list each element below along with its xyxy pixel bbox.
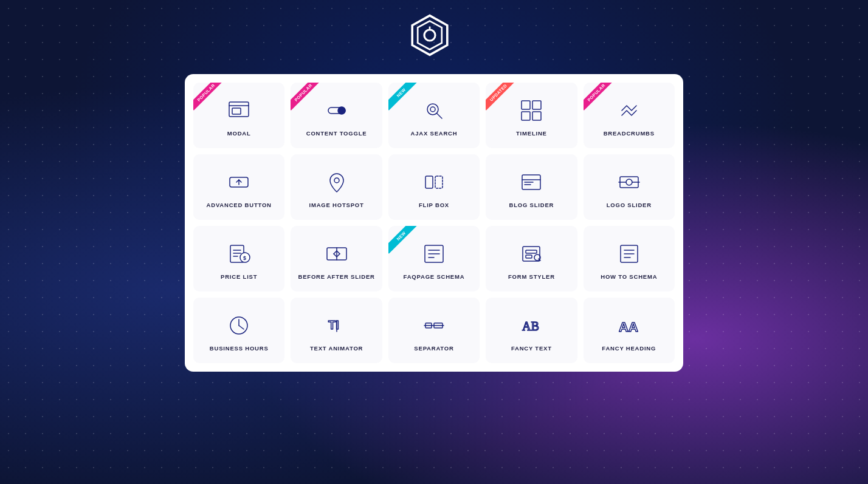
module-card-text-animator[interactable]: TITEXT ANIMATOR <box>291 298 382 363</box>
badge-faqpage-schema: NEW <box>388 226 420 257</box>
module-icon-breadcrumbs <box>616 97 642 124</box>
svg-point-8 <box>338 107 345 114</box>
svg-text:$: $ <box>243 255 246 261</box>
module-card-fancy-heading[interactable]: AAFANCY HEADING <box>584 298 675 363</box>
badge-timeline: UPDATED <box>486 83 517 114</box>
module-icon-ajax-search <box>421 97 447 124</box>
module-icon-text-animator: TI <box>323 312 350 339</box>
svg-rect-41 <box>526 250 537 253</box>
svg-rect-40 <box>523 247 540 261</box>
badge-content-toggle: POPULAR <box>291 83 322 114</box>
badge-modal: POPULAR <box>193 83 225 114</box>
module-label-advanced-button: ADVANCED BUTTON <box>207 202 272 208</box>
badge-ribbon-modal: POPULAR <box>193 83 224 111</box>
module-card-breadcrumbs[interactable]: POPULARBREADCRUMBS <box>584 83 675 148</box>
module-label-breadcrumbs: BREADCRUMBS <box>604 130 655 137</box>
badge-ribbon-breadcrumbs: POPULAR <box>584 83 614 111</box>
svg-rect-19 <box>435 176 443 188</box>
module-card-faqpage-schema[interactable]: NEWFAQPAGE SCHEMA <box>388 226 480 291</box>
svg-point-17 <box>334 178 339 183</box>
module-card-flip-box[interactable]: FLIP BOX <box>388 154 480 220</box>
module-card-ajax-search[interactable]: NEWAJAX SEARCH <box>388 83 480 148</box>
module-label-separator: SEPARATOR <box>414 345 453 352</box>
module-label-logo-slider: LOGO SLIDER <box>607 202 652 208</box>
logo-header <box>408 13 460 57</box>
modules-grid-wrapper: POPULARMODALPOPULARCONTENT TOGGLENEWAJAX… <box>185 74 683 372</box>
module-card-image-hotspot[interactable]: IMAGE HOTSPOT <box>291 154 382 220</box>
badge-ajax-search: NEW <box>388 83 420 114</box>
module-icon-separator <box>421 312 447 339</box>
module-icon-content-toggle <box>323 97 350 124</box>
module-label-price-list: PRICE LIST <box>221 273 257 280</box>
badge-breadcrumbs: POPULAR <box>584 83 615 114</box>
module-label-business-hours: BUSINESS HOURS <box>210 345 269 352</box>
module-card-modal[interactable]: POPULARMODAL <box>193 83 284 148</box>
module-card-logo-slider[interactable]: LOGO SLIDER <box>584 154 675 220</box>
module-card-price-list[interactable]: $PRICE LIST <box>193 226 284 291</box>
svg-text:TI: TI <box>328 318 339 332</box>
svg-rect-15 <box>532 112 541 120</box>
module-card-content-toggle[interactable]: POPULARCONTENT TOGGLE <box>291 83 382 148</box>
badge-ribbon-ajax-search: NEW <box>388 83 419 111</box>
module-label-fancy-heading: FANCY HEADING <box>602 345 656 352</box>
module-icon-blog-slider <box>518 169 545 196</box>
module-icon-advanced-button <box>226 169 252 196</box>
module-label-form-styler: FORM STYLER <box>508 273 555 280</box>
module-icon-image-hotspot <box>323 169 350 196</box>
module-label-image-hotspot: IMAGE HOTSPOT <box>309 202 364 208</box>
module-label-how-to-schema: HOW TO SCHEMA <box>601 273 657 280</box>
modules-grid: POPULARMODALPOPULARCONTENT TOGGLENEWAJAX… <box>193 83 675 363</box>
module-card-business-hours[interactable]: BUSINESS HOURS <box>193 298 284 363</box>
module-icon-faqpage-schema <box>421 240 447 267</box>
module-card-advanced-button[interactable]: ADVANCED BUTTON <box>193 154 284 220</box>
module-card-how-to-schema[interactable]: HOW TO SCHEMA <box>584 226 675 291</box>
module-card-fancy-text[interactable]: ABFANCY TEXT <box>486 298 577 363</box>
module-icon-fancy-text: AB <box>518 312 545 339</box>
svg-point-25 <box>626 179 632 185</box>
module-card-before-after-slider[interactable]: BEFORE AFTER SLIDER <box>291 226 382 291</box>
svg-marker-1 <box>418 21 442 50</box>
module-label-modal: MODAL <box>227 130 251 137</box>
main-container: POPULARMODALPOPULARCONTENT TOGGLENEWAJAX… <box>0 0 868 372</box>
badge-ribbon-faqpage-schema: NEW <box>388 226 419 254</box>
module-icon-logo-slider <box>616 169 642 196</box>
module-label-text-animator: TEXT ANIMATOR <box>310 345 363 352</box>
svg-rect-6 <box>232 108 241 114</box>
badge-ribbon-timeline: UPDATED <box>486 83 516 111</box>
svg-line-10 <box>437 114 442 118</box>
module-icon-before-after-slider <box>323 240 350 267</box>
svg-text:AB: AB <box>522 319 539 333</box>
module-label-timeline: TIMELINE <box>516 130 547 137</box>
module-icon-price-list: $ <box>226 240 252 267</box>
svg-text:AA: AA <box>619 319 638 335</box>
svg-rect-18 <box>425 176 433 188</box>
module-label-fancy-text: FANCY TEXT <box>511 345 552 352</box>
module-label-blog-slider: BLOG SLIDER <box>509 202 554 208</box>
module-icon-business-hours <box>226 312 252 339</box>
module-label-ajax-search: AJAX SEARCH <box>411 130 458 137</box>
module-card-blog-slider[interactable]: BLOG SLIDER <box>486 154 577 220</box>
svg-rect-12 <box>522 101 530 109</box>
svg-line-51 <box>239 326 244 329</box>
module-icon-modal <box>226 97 252 124</box>
module-label-flip-box: FLIP BOX <box>419 202 449 208</box>
module-icon-fancy-heading: AA <box>616 312 642 339</box>
module-card-form-styler[interactable]: FORM STYLER <box>486 226 577 291</box>
svg-point-9 <box>427 104 438 115</box>
module-card-separator[interactable]: SEPARATOR <box>388 298 480 363</box>
module-icon-timeline <box>518 97 545 124</box>
module-icon-flip-box <box>421 169 447 196</box>
module-icon-form-styler <box>518 240 545 267</box>
svg-point-11 <box>430 107 435 112</box>
module-card-timeline[interactable]: UPDATEDTIMELINE <box>486 83 577 148</box>
svg-rect-13 <box>532 101 541 109</box>
module-label-faqpage-schema: FAQPAGE SCHEMA <box>404 273 465 280</box>
module-label-content-toggle: CONTENT TOGGLE <box>306 130 367 137</box>
module-icon-how-to-schema <box>616 240 642 267</box>
badge-ribbon-content-toggle: POPULAR <box>291 83 321 111</box>
module-label-before-after-slider: BEFORE AFTER SLIDER <box>298 273 374 280</box>
svg-point-2 <box>424 30 435 41</box>
svg-rect-14 <box>522 112 530 120</box>
divi-logo-icon <box>408 13 452 57</box>
svg-rect-42 <box>526 255 532 258</box>
